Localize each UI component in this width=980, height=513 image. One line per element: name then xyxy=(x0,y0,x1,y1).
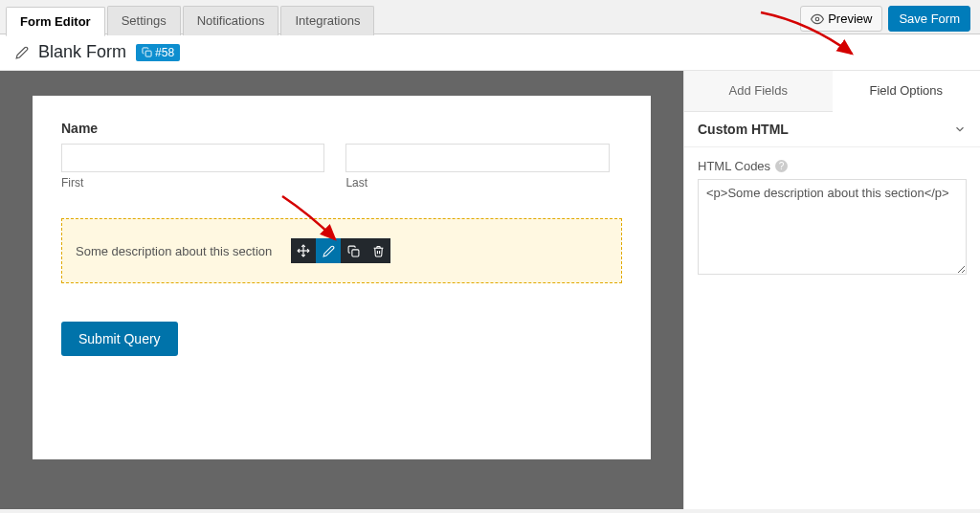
trash-icon xyxy=(372,245,385,257)
first-name-col: First xyxy=(61,144,324,190)
page-title: Blank Form xyxy=(38,42,126,62)
html-codes-label: HTML Codes xyxy=(698,159,770,173)
preview-button[interactable]: Preview xyxy=(800,6,882,32)
move-icon xyxy=(297,244,310,257)
copy-icon xyxy=(142,47,152,57)
tab-form-editor[interactable]: Form Editor xyxy=(6,7,105,36)
html-codes-label-row: HTML Codes ? xyxy=(698,159,967,173)
panel-section-header[interactable]: Custom HTML xyxy=(684,112,980,147)
last-sub-label: Last xyxy=(345,176,609,190)
chevron-down-icon xyxy=(953,123,967,136)
duplicate-button[interactable] xyxy=(341,238,366,263)
edit-button[interactable] xyxy=(316,238,341,263)
panel-tabs: Add Fields Field Options xyxy=(684,71,980,112)
pencil-icon xyxy=(15,46,29,59)
last-name-col: Last xyxy=(345,144,609,190)
html-field-text: Some description about this section xyxy=(76,244,272,258)
copy-icon xyxy=(347,245,360,257)
move-button[interactable] xyxy=(291,238,316,263)
submit-button[interactable]: Submit Query xyxy=(61,322,178,356)
panel-tab-add-fields[interactable]: Add Fields xyxy=(684,71,833,111)
last-name-input[interactable] xyxy=(345,144,609,172)
first-name-input[interactable] xyxy=(61,144,324,172)
svg-point-0 xyxy=(815,17,819,21)
first-sub-label: First xyxy=(61,176,324,190)
main-tabs: Form Editor Settings Notifications Integ… xyxy=(6,6,374,35)
top-bar: Form Editor Settings Notifications Integ… xyxy=(0,0,980,34)
pencil-icon xyxy=(323,245,335,257)
svg-rect-1 xyxy=(145,51,151,56)
name-field-label: Name xyxy=(61,121,622,136)
main-area: Name First Last Some description about t… xyxy=(0,71,980,509)
section-title: Custom HTML xyxy=(698,122,789,137)
form-canvas: Name First Last Some description about t… xyxy=(33,96,651,459)
form-id-badge[interactable]: #58 xyxy=(136,44,180,61)
panel-tab-field-options[interactable]: Field Options xyxy=(833,71,981,112)
svg-rect-4 xyxy=(352,249,359,256)
eye-icon xyxy=(811,12,824,26)
preview-label: Preview xyxy=(828,11,872,26)
field-toolbar xyxy=(291,238,390,263)
panel-body: HTML Codes ? xyxy=(684,147,980,289)
form-header: Blank Form #58 xyxy=(0,34,980,71)
delete-button[interactable] xyxy=(366,238,390,263)
name-row: First Last xyxy=(61,144,622,190)
custom-html-field[interactable]: Some description about this section xyxy=(61,218,622,283)
tab-notifications[interactable]: Notifications xyxy=(183,6,279,35)
tab-settings[interactable]: Settings xyxy=(107,6,181,35)
save-form-button[interactable]: Save Form xyxy=(888,6,970,32)
canvas-wrap: Name First Last Some description about t… xyxy=(0,71,683,509)
help-icon[interactable]: ? xyxy=(775,160,788,172)
tab-integrations[interactable]: Integrations xyxy=(280,6,374,35)
id-badge-text: #58 xyxy=(155,46,174,59)
right-panel: Add Fields Field Options Custom HTML HTM… xyxy=(683,71,980,509)
top-actions: Preview Save Form xyxy=(800,6,970,37)
html-codes-textarea[interactable] xyxy=(698,179,967,275)
